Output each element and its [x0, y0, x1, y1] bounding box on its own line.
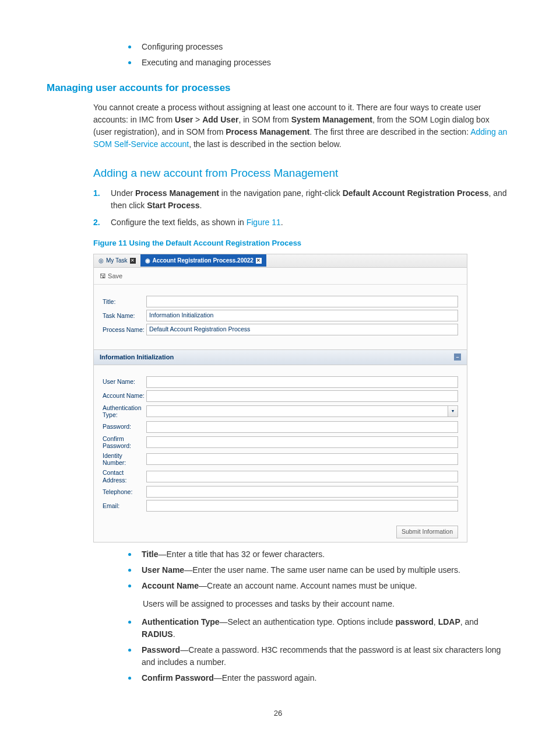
- close-icon[interactable]: ✕: [130, 258, 136, 264]
- step-number: 2.: [93, 216, 111, 229]
- processname-input[interactable]: Default Account Registration Process: [146, 324, 458, 335]
- subsection-heading: Adding a new account from Process Manage…: [93, 165, 509, 182]
- bullet-icon: [128, 584, 131, 587]
- submit-button[interactable]: Submit Information: [396, 526, 458, 538]
- collapse-icon[interactable]: –: [454, 354, 461, 360]
- step-2: 2. Configure the text fields, as shown i…: [93, 216, 509, 229]
- bullet-icon: [128, 61, 131, 64]
- step-1: 1. Under Process Management in the navig…: [93, 187, 509, 212]
- sub-note: Users will be assigned to processes and …: [143, 598, 509, 610]
- title-label: Title:: [103, 298, 146, 306]
- authtype-label: Authentication Type:: [103, 404, 146, 419]
- bullet-icon: [128, 677, 131, 680]
- field-confirmpw: Confirm Password—Enter the password agai…: [128, 672, 509, 684]
- close-icon[interactable]: ✕: [256, 258, 262, 264]
- username-label: User Name:: [103, 378, 146, 386]
- link-figure-11[interactable]: Figure 11: [247, 218, 281, 227]
- accountname-label: Account Name:: [103, 392, 146, 400]
- intro-bullet: Executing and managing processes: [128, 57, 509, 69]
- chevron-down-icon[interactable]: ▾: [448, 405, 458, 417]
- password-label: Password:: [103, 423, 146, 430]
- accountname-input[interactable]: [146, 390, 458, 402]
- email-label: Email:: [103, 502, 146, 510]
- username-input[interactable]: [146, 376, 458, 388]
- bullet-text: Configuring processes: [142, 41, 223, 53]
- page-number: 26: [47, 708, 509, 719]
- paragraph: You cannot create a process without assi…: [93, 102, 509, 150]
- email-input[interactable]: [146, 500, 458, 512]
- bullet-text: Executing and managing processes: [142, 57, 271, 69]
- processname-label: Process Name:: [103, 326, 146, 334]
- confirmpw-input[interactable]: [146, 436, 458, 448]
- password-input[interactable]: [146, 421, 458, 433]
- bullet-icon: [128, 649, 131, 652]
- title-input[interactable]: [146, 296, 458, 307]
- contact-label: Contact Address:: [103, 469, 146, 484]
- field-accountname: Account Name—Create an account name. Acc…: [128, 580, 509, 592]
- telephone-input[interactable]: [146, 486, 458, 498]
- bullet-icon: [128, 553, 131, 556]
- figure-screenshot: ◎My Task✕ ◉Account Registration Process.…: [93, 254, 467, 543]
- field-title: Title—Enter a title that has 32 or fewer…: [128, 548, 509, 561]
- field-username: User Name—Enter the user name. The same …: [128, 564, 509, 576]
- identity-label: Identity Number:: [103, 452, 146, 467]
- bullet-icon: [128, 569, 131, 572]
- bullet-icon: [128, 621, 131, 624]
- telephone-label: Telephone:: [103, 488, 146, 496]
- field-authtype: Authentication Type—Select an authentica…: [128, 616, 509, 640]
- tab-account-registration[interactable]: ◉Account Registration Process.20022✕: [140, 254, 266, 267]
- bullet-icon: [128, 46, 131, 48]
- save-button[interactable]: 🖫 Save: [100, 272, 122, 279]
- identity-input[interactable]: [146, 453, 458, 465]
- intro-bullet: Configuring processes: [128, 41, 509, 53]
- authtype-select[interactable]: [146, 405, 448, 417]
- tab-my-task[interactable]: ◎My Task✕: [94, 254, 140, 267]
- taskname-label: Task Name:: [103, 312, 146, 320]
- section-heading: Managing user accounts for processes: [47, 80, 509, 96]
- figure-caption: Figure 11 Using the Default Account Regi…: [93, 237, 509, 249]
- contact-input[interactable]: [146, 471, 458, 482]
- section-bar[interactable]: Information Initialization –: [94, 349, 467, 365]
- taskname-input[interactable]: Information Initialization: [146, 310, 458, 321]
- step-number: 1.: [93, 187, 111, 212]
- field-password: Password—Create a password. H3C recommen…: [128, 644, 509, 668]
- confirmpw-label: Confirm Password:: [103, 435, 146, 450]
